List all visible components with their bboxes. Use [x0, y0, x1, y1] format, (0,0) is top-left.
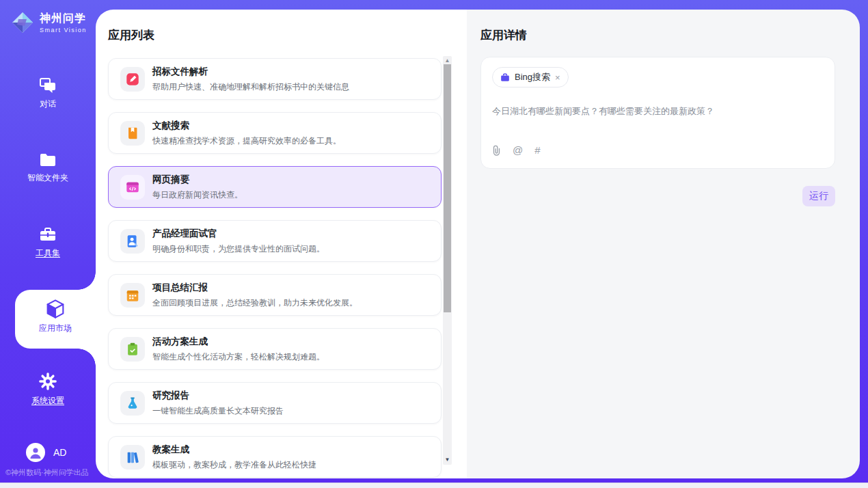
list-item-lesson-plan[interactable]: 教案生成 模板驱动，教案秒成，教学准备从此轻松快捷	[108, 436, 442, 478]
mention-icon[interactable]: @	[513, 144, 523, 156]
scroll-up-icon[interactable]: ▲	[443, 57, 452, 64]
toolbox-icon	[38, 226, 57, 243]
list-item-pm-interviewer[interactable]: 产品经理面试官 明确身份和职责，为您提供专业性的面试问题。	[108, 220, 442, 262]
list-item-literature-search[interactable]: 文献搜索 快速精准查找学术资源，提高研究效率的必备工具。	[108, 112, 442, 154]
books-icon	[125, 450, 140, 465]
calendar-icon	[125, 288, 140, 303]
prompt-text[interactable]: 今日湖北有哪些新闻要点？有哪些需要关注的最新政策？	[492, 105, 824, 118]
sidebar-item-app-market[interactable]: 应用市场	[15, 290, 96, 349]
run-button[interactable]: 运行	[802, 186, 835, 206]
clipboard-check-icon	[125, 342, 140, 357]
attachment-icon[interactable]	[492, 145, 501, 156]
list-item-web-summary[interactable]: 网页摘要 每日政府新闻资讯快查。	[108, 166, 442, 208]
tab-curve-bottom	[78, 349, 96, 366]
brand-subtitle: Smart Vision	[40, 27, 87, 33]
prompt-composer[interactable]: Bing搜索 × 今日湖北有哪些新闻要点？有哪些需要关注的最新政策？ @ #	[480, 57, 835, 169]
webpage-code-icon	[125, 180, 140, 195]
list-scrollbar[interactable]: ▲ ▼	[443, 56, 452, 465]
list-item-project-summary[interactable]: 项目总结汇报 全面回顾项目进展，总结经验教训，助力未来优化发展。	[108, 274, 442, 316]
copyright-footer: ©神州数码·神州问学出品	[5, 467, 89, 478]
composer-toolbar: @ #	[492, 144, 824, 159]
user-name: AD	[53, 447, 66, 458]
app-detail-panel: 应用详情 Bing搜索 × 今日湖北有哪些新闻要点？有哪些需要关注的最新政策？	[467, 10, 860, 478]
chip-close-icon[interactable]: ×	[555, 73, 560, 82]
briefcase-icon	[500, 73, 510, 82]
list-item-research-report[interactable]: 研究报告 一键智能生成高质量长文本研究报告	[108, 382, 442, 424]
cube-icon	[44, 298, 66, 320]
list-item-bid-parse[interactable]: 招标文件解析 帮助用户快速、准确地理解和解析招标书中的关键信息	[108, 58, 442, 100]
window-bottom-edge	[0, 483, 868, 488]
tool-chip-label: Bing搜索	[515, 71, 550, 83]
scrollbar-thumb[interactable]	[444, 64, 451, 312]
app-detail-title: 应用详情	[480, 27, 835, 43]
sidebar-item-toolbox[interactable]: 工具集	[0, 226, 96, 259]
interviewer-icon	[125, 234, 140, 249]
sidebar: 神州问学 Smart Vision 对话 智能文件夹	[0, 0, 96, 483]
sidebar-item-smart-folder[interactable]: 智能文件夹	[0, 152, 96, 184]
diamond-logo-icon	[11, 11, 34, 34]
user-account[interactable]: AD	[26, 443, 66, 462]
list-item-event-plan[interactable]: 活动方案生成 智能生成个性化活动方案，轻松解决规划难题。	[108, 328, 442, 370]
app-list: 招标文件解析 帮助用户快速、准确地理解和解析招标书中的关键信息 文献搜索 快速精…	[108, 58, 442, 478]
app-window: 神州问学 Smart Vision 对话 智能文件夹	[0, 0, 868, 488]
brand-logo: 神州问学 Smart Vision	[11, 11, 87, 34]
sidebar-item-settings[interactable]: 系统设置	[0, 372, 96, 407]
scroll-down-icon[interactable]: ▼	[443, 457, 452, 463]
app-list-panel: 应用列表 招标文件解析 帮助用户快速、准确地理解和解析招标书中的关键信息	[96, 10, 467, 478]
tab-curve-top	[78, 272, 96, 290]
avatar	[26, 443, 45, 462]
chat-icon	[38, 77, 57, 94]
app-list-title: 应用列表	[108, 27, 467, 43]
book-icon	[125, 126, 140, 141]
folder-icon	[38, 152, 57, 168]
main-content: 应用列表 招标文件解析 帮助用户快速、准确地理解和解析招标书中的关键信息	[96, 10, 860, 478]
brand-name: 神州问学	[40, 12, 87, 26]
flask-icon	[125, 396, 140, 411]
bid-document-icon	[125, 72, 140, 87]
gear-icon	[38, 372, 57, 391]
sidebar-item-chat[interactable]: 对话	[0, 77, 96, 110]
hash-icon[interactable]: #	[534, 144, 540, 156]
tool-chip-bing-search[interactable]: Bing搜索 ×	[492, 67, 569, 87]
